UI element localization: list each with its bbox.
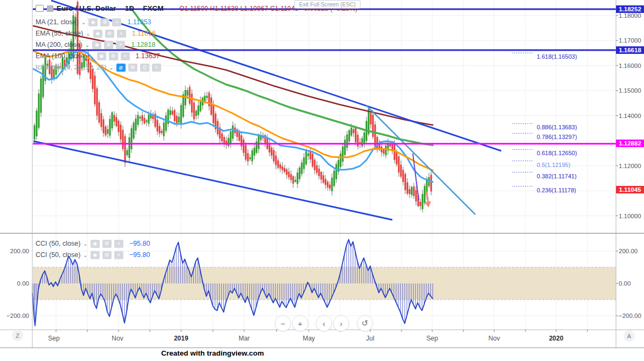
fib-label-0-886: 0.886(1.13683)	[537, 124, 577, 130]
candle-body	[403, 170, 404, 182]
eye-button[interactable]: ◉	[97, 52, 106, 60]
legend-row-3[interactable]: MA (200, close)⌄◉⚙×1.12818	[36, 40, 155, 50]
symbol-exchange[interactable]: FXCM	[143, 4, 163, 12]
candle-body	[318, 169, 320, 176]
cci-tick-label: 0.00	[0, 280, 29, 287]
zoom-out-button[interactable]: −	[275, 315, 291, 331]
eye-off-button[interactable]: ø	[116, 64, 126, 72]
candle-body	[398, 156, 400, 172]
gear-button[interactable]: ⚙	[102, 251, 112, 259]
candle-body	[232, 126, 234, 139]
legend-label[interactable]: MA (21, close)	[36, 18, 79, 26]
legend-label[interactable]: EMA (100, close)	[36, 52, 87, 60]
cci-tick-label: 200.00	[0, 248, 29, 254]
legend-row-4[interactable]: EMA (100, close)⌄◉⚙×1.13637	[36, 51, 160, 61]
candle-body	[278, 161, 279, 168]
close-button[interactable]: ×	[116, 41, 125, 49]
timezone-button[interactable]: Z	[12, 330, 23, 341]
candle-body	[407, 182, 408, 193]
close-button[interactable]: ×	[117, 30, 126, 38]
candle-body	[400, 165, 402, 177]
scroll-right-button[interactable]: ›	[333, 315, 349, 331]
candle-body	[142, 115, 143, 121]
close-button[interactable]: ×	[114, 240, 123, 248]
zoom-in-button[interactable]: +	[292, 315, 308, 331]
chevron-down-icon[interactable]: ⌄	[86, 31, 90, 37]
candle-body	[413, 186, 415, 196]
close-button[interactable]: ×	[112, 18, 121, 26]
legend-label[interactable]: EMA (55, close)	[36, 30, 83, 37]
legend-label[interactable]: MA (200, close)	[36, 41, 82, 48]
candle-body	[105, 127, 107, 135]
candle-body	[224, 137, 225, 143]
reset-chart-button[interactable]: ↺	[357, 315, 373, 331]
symbol-resolution[interactable]: 1D	[125, 4, 134, 12]
trendline-steep-resistance[interactable]	[366, 106, 475, 214]
separator: ·	[119, 4, 121, 12]
candle-body	[409, 189, 411, 194]
gear-button[interactable]: ⚙	[109, 52, 118, 60]
candle-body	[424, 186, 426, 203]
candle-body	[314, 160, 316, 170]
gear-button[interactable]: ⚙	[104, 41, 113, 49]
legend-label[interactable]: CCI (50, close)	[36, 240, 80, 247]
candle-body	[129, 137, 130, 158]
candle-body	[189, 87, 191, 103]
chevron-down-icon[interactable]: ⌄	[109, 65, 113, 71]
gear-button[interactable]: ⚙	[100, 18, 109, 26]
candle-body	[36, 110, 38, 136]
legend-row-2[interactable]: EMA (55, close)⌄◉⚙×1.11816	[36, 29, 156, 38]
close-button[interactable]: ×	[152, 64, 161, 72]
close-button[interactable]: ×	[121, 52, 130, 60]
down-arrow-annotation[interactable]	[426, 191, 428, 203]
restore-window-icon[interactable]	[36, 5, 44, 12]
scroll-left-button[interactable]: ‹	[316, 315, 332, 331]
candle-body	[290, 174, 292, 180]
eye-button[interactable]: ◉	[92, 41, 101, 49]
symbol-title[interactable]: Euro / U.S. Dollar	[57, 4, 116, 12]
gear-button[interactable]: ⚙	[105, 30, 114, 38]
candle-body	[334, 171, 335, 186]
chevron-down-icon[interactable]: ⌄	[165, 5, 170, 12]
fib-label-0-236: 0.236(1.11178)	[537, 187, 576, 193]
candle-body	[170, 110, 171, 115]
cci-legend-row-1[interactable]: CCI (50, close)⌄◉⚙×−95.80	[36, 239, 150, 248]
time-label-sep: Sep	[48, 335, 59, 342]
legend-label[interactable]: Ichimoku (9, 26, 52, 26)	[36, 64, 106, 71]
braces-button[interactable]: {}	[140, 64, 149, 72]
chevron-down-icon[interactable]: ⌄	[85, 42, 89, 48]
candle-body	[38, 94, 40, 128]
candle-body	[349, 130, 350, 142]
candle-body	[344, 140, 346, 155]
chevron-down-icon[interactable]: ⌄	[81, 19, 86, 25]
legend-label[interactable]: CCI (50, close)	[36, 251, 80, 259]
candle-body	[254, 148, 255, 156]
candle-body	[362, 138, 363, 147]
eye-button[interactable]: ◉	[88, 18, 98, 26]
time-label-2020: 2020	[549, 335, 564, 342]
tradingview-chart-window: { "tooltip": {"text": "Exit Full Screen …	[0, 0, 644, 361]
candle-body	[411, 187, 413, 195]
legend-row-1[interactable]: MA (21, close)⌄◉⚙×1.11353	[36, 17, 151, 27]
eye-button[interactable]: ◉	[91, 240, 100, 248]
candle-body	[124, 136, 126, 163]
gear-button[interactable]: ⚙	[102, 240, 112, 248]
candle-body	[206, 96, 208, 98]
candle-body	[163, 123, 165, 136]
cci-legend-row-2[interactable]: CCI (50, close)⌄◉⚙×−95.80	[36, 250, 150, 260]
eye-button[interactable]: ◉	[91, 251, 100, 259]
legend-row-5[interactable]: Ichimoku (9, 26, 52, 26)⌄ø⚙{}×	[36, 63, 161, 72]
time-label-2019: 2019	[174, 335, 189, 342]
chevron-down-icon[interactable]: ⌄	[83, 241, 87, 247]
candle-body	[420, 202, 421, 206]
chevron-down-icon[interactable]: ⌄	[83, 252, 87, 258]
candle-body	[370, 113, 372, 124]
candle-body	[301, 163, 303, 174]
candle-body	[183, 94, 184, 117]
chevron-down-icon[interactable]: ⌄	[89, 53, 94, 59]
auto-scale-button[interactable]: A	[624, 330, 635, 342]
gear-button[interactable]: ⚙	[128, 64, 137, 72]
candle-body	[325, 179, 327, 185]
close-button[interactable]: ×	[114, 251, 123, 259]
eye-button[interactable]: ◉	[93, 30, 102, 38]
